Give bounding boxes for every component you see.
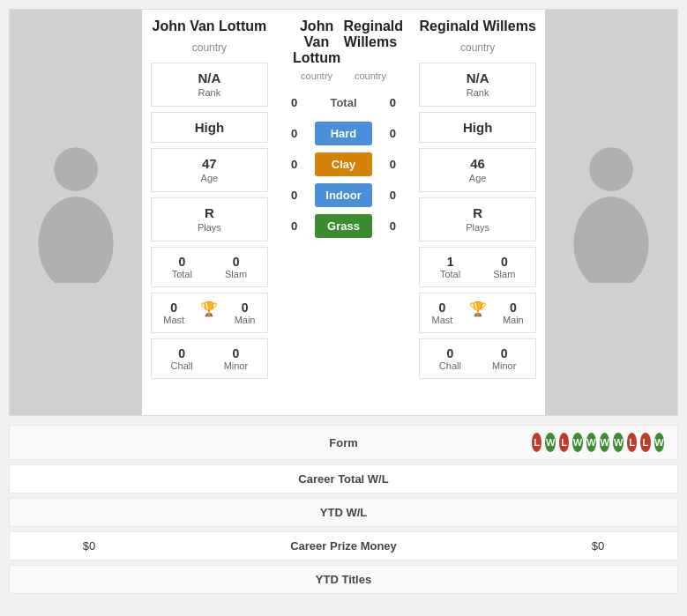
left-player-photo: [10, 10, 142, 415]
right-plays-val: R: [427, 205, 527, 220]
right-chall-lbl: Chall: [439, 360, 461, 371]
right-minor-cell: 0 Minor: [492, 346, 517, 371]
grass-score-left: 0: [281, 219, 308, 233]
total-score-left: 0: [281, 96, 308, 109]
total-score-right: 0: [379, 96, 406, 109]
grass-button[interactable]: Grass: [315, 214, 373, 238]
middle-section: John Van Lottum Reginald Willems country…: [277, 10, 411, 415]
court-rows: 0 Hard 0 0 Clay 0 0 Indoor 0: [281, 120, 407, 240]
right-age-lbl: Age: [469, 173, 487, 183]
form-badge-l: L: [640, 433, 650, 452]
bottom-rows: Form LWLWWWWLLW Career Total W/L YTD W/L…: [9, 425, 678, 594]
svg-point-0: [54, 147, 98, 191]
right-chall-cell: 0 Chall: [439, 346, 461, 371]
form-badge-l: L: [559, 433, 569, 452]
right-mast-val: 0: [432, 301, 453, 315]
form-badge-w: W: [613, 433, 623, 452]
clay-score-left: 0: [281, 158, 308, 171]
right-mast-main-row: 0 Mast 🏆 0 Main: [419, 293, 535, 333]
right-slam-val: 0: [493, 255, 515, 269]
left-age-block: 47 Age: [151, 148, 267, 192]
career-wl-row: Career Total W/L: [9, 464, 678, 494]
right-plays-lbl: Plays: [466, 222, 489, 233]
right-form-block: High: [419, 112, 535, 143]
indoor-row: 0 Indoor 0: [281, 182, 407, 209]
right-trophy: 🏆: [469, 301, 487, 325]
right-total-lbl: Total: [440, 269, 460, 279]
right-mast-cell: 0 Mast: [432, 301, 453, 325]
right-name-header: Reginald Willems: [344, 19, 398, 66]
right-mast-lbl: Mast: [432, 315, 453, 325]
indoor-button[interactable]: Indoor: [315, 183, 373, 207]
right-rank-lbl: Rank: [467, 87, 489, 98]
right-slam-lbl: Slam: [493, 269, 515, 279]
clay-row: 0 Clay 0: [281, 151, 407, 178]
left-name-header: John Van Lottum: [290, 19, 344, 66]
comparison-section: John Van Lottum country N/A Rank High 47…: [9, 9, 678, 416]
main-container: John Van Lottum country N/A Rank High 47…: [0, 0, 687, 607]
right-age-block: 46 Age: [419, 148, 535, 192]
right-main-val: 0: [503, 301, 524, 315]
left-country-display: country: [151, 41, 267, 54]
left-total-slam-row: 0Total 0Slam: [151, 247, 267, 287]
indoor-score-left: 0: [281, 189, 308, 202]
form-label: Form: [155, 436, 532, 449]
right-player-photo: [545, 10, 677, 415]
left-mast-main-row: 0Mast 🏆 0Main: [151, 293, 267, 333]
clay-button[interactable]: Clay: [315, 152, 373, 176]
form-badge-w: W: [586, 433, 596, 452]
right-minor-lbl: Minor: [492, 360, 517, 371]
right-country: country: [419, 41, 535, 54]
hard-score-right: 0: [379, 127, 406, 140]
hard-score-left: 0: [281, 127, 308, 140]
svg-point-3: [573, 197, 648, 283]
left-country-mid: country: [290, 71, 344, 81]
left-player-name: John Van Lottum: [151, 19, 267, 34]
right-form-val: High: [427, 120, 527, 135]
right-plays-block: R Plays: [419, 197, 535, 241]
hard-button[interactable]: Hard: [315, 122, 373, 145]
right-country-mid: country: [344, 71, 398, 81]
form-badges: LWLWWWWLLW: [532, 433, 664, 452]
form-badges-container: LWLWWWWLLW: [532, 433, 664, 452]
hard-row: 0 Hard 0: [281, 120, 407, 147]
right-player-silhouette: [558, 142, 664, 283]
left-player-silhouette: [23, 142, 129, 283]
ytd-wl-row: YTD W/L: [9, 498, 678, 527]
prize-right: $0: [532, 539, 664, 553]
form-badge-w: W: [545, 433, 555, 452]
ytd-titles-row: YTD Titles: [9, 565, 678, 594]
right-age-val: 46: [427, 156, 527, 171]
right-chall-minor-row: 0 Chall 0 Minor: [419, 338, 535, 379]
grass-row: 0 Grass 0: [281, 212, 407, 240]
left-player-info: John Van Lottum country N/A Rank High 47…: [142, 10, 276, 415]
left-plays-block: R Plays: [151, 197, 267, 241]
form-badge-w: W: [600, 433, 609, 452]
left-chall-minor-row: 0Chall 0Minor: [151, 338, 267, 379]
form-badge-l: L: [532, 433, 541, 452]
form-badge-w: W: [572, 433, 582, 452]
svg-point-1: [38, 197, 113, 283]
grass-score-right: 0: [379, 219, 406, 233]
clay-score-right: 0: [379, 158, 406, 171]
right-total-cell: 1 Total: [440, 255, 460, 279]
right-minor-val: 0: [492, 346, 517, 360]
indoor-score-right: 0: [379, 189, 406, 202]
form-badge-w: W: [654, 433, 664, 452]
right-chall-val: 0: [439, 346, 461, 360]
ytd-wl-label: YTD W/L: [155, 506, 532, 519]
right-main-lbl: Main: [503, 315, 524, 325]
career-wl-label: Career Total W/L: [155, 472, 532, 486]
left-form-block: High: [151, 112, 267, 143]
ytd-titles-label: YTD Titles: [155, 573, 532, 586]
right-slam-cell: 0 Slam: [493, 255, 515, 279]
svg-point-2: [589, 147, 633, 191]
prize-label: Career Prize Money: [155, 539, 532, 553]
form-row: Form LWLWWWWLLW: [9, 425, 678, 460]
prize-row: $0 Career Prize Money $0: [9, 531, 678, 560]
right-main-cell: 0 Main: [503, 301, 524, 325]
right-rank-block: N/A Rank: [419, 63, 535, 107]
total-label: Total: [308, 96, 380, 109]
total-row: 0 Total 0: [281, 94, 407, 111]
form-badge-l: L: [627, 433, 637, 452]
